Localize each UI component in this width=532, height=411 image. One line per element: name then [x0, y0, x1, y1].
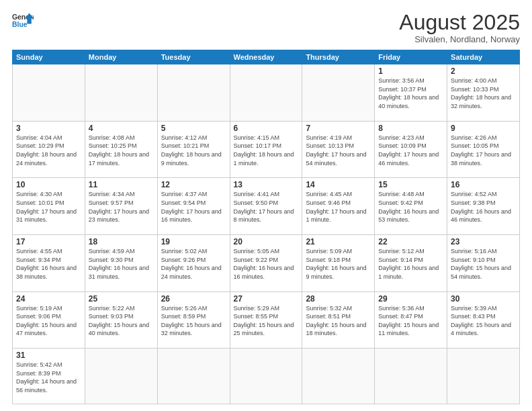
table-row: 16Sunrise: 4:52 AM Sunset: 9:38 PM Dayli…	[447, 178, 520, 235]
table-row: 29Sunrise: 5:36 AM Sunset: 8:47 PM Dayli…	[375, 291, 447, 349]
col-wednesday: Wednesday	[230, 50, 302, 64]
table-row: 28Sunrise: 5:32 AM Sunset: 8:51 PM Dayli…	[302, 291, 375, 349]
logo: General Blue	[12, 11, 34, 30]
table-row: 25Sunrise: 5:22 AM Sunset: 9:03 PM Dayli…	[85, 291, 157, 349]
table-row	[157, 349, 230, 404]
calendar-header-row: Sunday Monday Tuesday Wednesday Thursday…	[13, 50, 520, 64]
table-row	[85, 349, 157, 404]
table-row	[302, 64, 375, 122]
table-row: 12Sunrise: 4:37 AM Sunset: 9:54 PM Dayli…	[157, 178, 230, 235]
col-friday: Friday	[375, 50, 447, 64]
table-row	[13, 64, 85, 122]
col-monday: Monday	[85, 50, 157, 64]
table-row: 1Sunrise: 3:56 AM Sunset: 10:37 PM Dayli…	[375, 64, 447, 122]
table-row: 2Sunrise: 4:00 AM Sunset: 10:33 PM Dayli…	[447, 64, 520, 122]
table-row: 19Sunrise: 5:02 AM Sunset: 9:26 PM Dayli…	[157, 235, 230, 292]
table-row: 24Sunrise: 5:19 AM Sunset: 9:06 PM Dayli…	[13, 291, 85, 349]
table-row: 26Sunrise: 5:26 AM Sunset: 8:59 PM Dayli…	[157, 291, 230, 349]
table-row: 23Sunrise: 5:16 AM Sunset: 9:10 PM Dayli…	[447, 235, 520, 292]
table-row: 15Sunrise: 4:48 AM Sunset: 9:42 PM Dayli…	[375, 178, 447, 235]
generalblue-logo-icon: General Blue	[12, 11, 34, 30]
table-row: 10Sunrise: 4:30 AM Sunset: 10:01 PM Dayl…	[13, 178, 85, 235]
col-saturday: Saturday	[447, 50, 520, 64]
svg-text:Blue: Blue	[12, 21, 28, 28]
table-row: 20Sunrise: 5:05 AM Sunset: 9:22 PM Dayli…	[230, 235, 302, 292]
table-row: 5Sunrise: 4:12 AM Sunset: 10:21 PM Dayli…	[157, 121, 230, 178]
table-row	[230, 64, 302, 122]
col-sunday: Sunday	[13, 50, 85, 64]
table-row: 31Sunrise: 5:42 AM Sunset: 8:39 PM Dayli…	[13, 349, 85, 404]
table-row	[375, 349, 447, 404]
col-thursday: Thursday	[302, 50, 375, 64]
table-row: 3Sunrise: 4:04 AM Sunset: 10:29 PM Dayli…	[13, 121, 85, 178]
col-tuesday: Tuesday	[157, 50, 230, 64]
table-row: 27Sunrise: 5:29 AM Sunset: 8:55 PM Dayli…	[230, 291, 302, 349]
subtitle: Silvalen, Nordland, Norway	[399, 34, 520, 44]
table-row: 17Sunrise: 4:55 AM Sunset: 9:34 PM Dayli…	[13, 235, 85, 292]
table-row: 21Sunrise: 5:09 AM Sunset: 9:18 PM Dayli…	[302, 235, 375, 292]
table-row: 14Sunrise: 4:45 AM Sunset: 9:46 PM Dayli…	[302, 178, 375, 235]
title-block: August 2025 Silvalen, Nordland, Norway	[399, 11, 520, 44]
table-row: 18Sunrise: 4:59 AM Sunset: 9:30 PM Dayli…	[85, 235, 157, 292]
table-row	[447, 349, 520, 404]
table-row: 7Sunrise: 4:19 AM Sunset: 10:13 PM Dayli…	[302, 121, 375, 178]
table-row: 8Sunrise: 4:23 AM Sunset: 10:09 PM Dayli…	[375, 121, 447, 178]
table-row	[302, 349, 375, 404]
table-row: 9Sunrise: 4:26 AM Sunset: 10:05 PM Dayli…	[447, 121, 520, 178]
table-row	[157, 64, 230, 122]
table-row: 11Sunrise: 4:34 AM Sunset: 9:57 PM Dayli…	[85, 178, 157, 235]
table-row: 30Sunrise: 5:39 AM Sunset: 8:43 PM Dayli…	[447, 291, 520, 349]
table-row: 6Sunrise: 4:15 AM Sunset: 10:17 PM Dayli…	[230, 121, 302, 178]
calendar-table: Sunday Monday Tuesday Wednesday Thursday…	[12, 50, 520, 404]
page-header: General Blue August 2025 Silvalen, Nordl…	[12, 11, 520, 44]
table-row: 4Sunrise: 4:08 AM Sunset: 10:25 PM Dayli…	[85, 121, 157, 178]
table-row	[85, 64, 157, 122]
table-row	[230, 349, 302, 404]
table-row: 22Sunrise: 5:12 AM Sunset: 9:14 PM Dayli…	[375, 235, 447, 292]
month-title: August 2025	[399, 11, 520, 34]
table-row: 13Sunrise: 4:41 AM Sunset: 9:50 PM Dayli…	[230, 178, 302, 235]
